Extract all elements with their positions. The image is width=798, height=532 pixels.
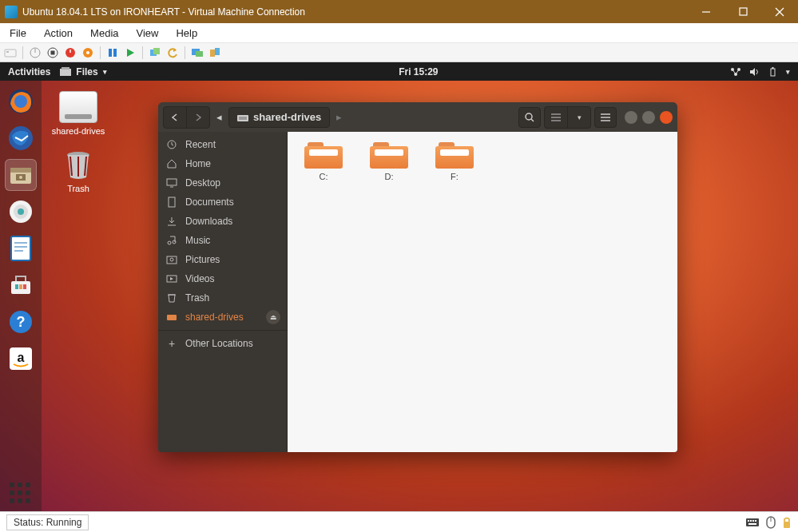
- sidebar-trash[interactable]: Trash: [158, 288, 287, 308]
- drive-icon: [59, 91, 97, 123]
- files-headerbar: ◂ shared-drives ▸ ▾: [158, 102, 677, 132]
- svg-rect-84: [748, 523, 756, 525]
- svg-rect-4: [5, 50, 16, 57]
- svg-point-74: [170, 258, 173, 261]
- menu-action[interactable]: Action: [41, 26, 76, 41]
- window-maximize-button[interactable]: [642, 111, 655, 124]
- folder-icon: [370, 140, 408, 169]
- menu-media[interactable]: Media: [87, 26, 121, 41]
- svg-point-41: [18, 208, 24, 215]
- sidebar-desktop[interactable]: Desktop: [158, 173, 287, 193]
- sidebar-videos[interactable]: Videos: [158, 269, 287, 288]
- start-button[interactable]: [28, 46, 42, 60]
- power-icon[interactable]: [768, 67, 778, 77]
- lock-icon[interactable]: [782, 516, 792, 529]
- menu-file[interactable]: File: [6, 26, 30, 41]
- svg-line-59: [531, 119, 534, 121]
- sidebar-home[interactable]: Home: [158, 154, 287, 173]
- menu-help[interactable]: Help: [173, 26, 200, 41]
- svg-rect-36: [10, 168, 31, 173]
- revert-button[interactable]: [165, 46, 180, 60]
- svg-rect-82: [752, 520, 754, 522]
- minimize-button[interactable]: [688, 0, 725, 23]
- show-applications-button[interactable]: [0, 482, 42, 505]
- ctrl-alt-del-button[interactable]: [3, 46, 18, 60]
- share-button[interactable]: [208, 46, 222, 60]
- sidebar-downloads[interactable]: Downloads: [158, 212, 287, 231]
- forward-button[interactable]: [187, 107, 209, 128]
- save-button[interactable]: [81, 46, 95, 60]
- desktop-shared-drives[interactable]: shared-drives: [50, 91, 107, 136]
- status-text: Status: Running: [6, 514, 89, 530]
- search-button[interactable]: [518, 107, 541, 128]
- vm-menubar: File Action Media View Help: [0, 23, 798, 43]
- volume-icon[interactable]: [749, 67, 760, 77]
- checkpoint-button[interactable]: [148, 46, 162, 60]
- eject-button[interactable]: ⏏: [266, 310, 280, 324]
- svg-point-71: [168, 241, 171, 244]
- view-options-button[interactable]: ▾: [568, 107, 590, 128]
- clock[interactable]: Fri 15:29: [107, 66, 730, 77]
- desktop-trash-label: Trash: [50, 184, 107, 193]
- network-icon[interactable]: [730, 67, 741, 77]
- sidebar-shared-drives[interactable]: shared-drives⏏: [158, 308, 287, 327]
- dock-files[interactable]: [5, 159, 37, 191]
- dock-firefox[interactable]: [5, 85, 37, 117]
- svg-point-33: [14, 95, 27, 108]
- reset-button[interactable]: [123, 46, 137, 60]
- dock-software[interactable]: [5, 269, 37, 301]
- window-close-button[interactable]: [660, 111, 673, 124]
- maximize-button[interactable]: [725, 0, 761, 23]
- folder-f[interactable]: F:: [430, 140, 479, 181]
- close-button[interactable]: [761, 0, 798, 23]
- keyboard-icon[interactable]: [745, 517, 760, 528]
- dock-thunderbird[interactable]: [5, 122, 37, 154]
- sidebar-recent[interactable]: Recent: [158, 135, 287, 154]
- svg-rect-80: [748, 520, 749, 522]
- folder-label: C:: [299, 172, 348, 181]
- svg-rect-69: [169, 197, 175, 207]
- window-minimize-button[interactable]: [625, 111, 637, 124]
- svg-rect-23: [215, 48, 220, 55]
- back-button[interactable]: [164, 107, 186, 128]
- menu-view[interactable]: View: [133, 26, 162, 41]
- svg-rect-42: [11, 236, 30, 260]
- files-app-menu[interactable]: Files ▾: [60, 66, 106, 77]
- sidebar-music[interactable]: Music: [158, 231, 287, 250]
- chevron-down-icon[interactable]: ▾: [786, 68, 790, 76]
- sidebar-documents[interactable]: Documents: [158, 193, 287, 212]
- sidebar-pictures[interactable]: Pictures: [158, 250, 287, 269]
- mouse-icon[interactable]: [766, 516, 776, 529]
- enhanced-session-button[interactable]: [190, 46, 204, 60]
- shutdown-button[interactable]: [63, 46, 77, 60]
- activities-button[interactable]: Activities: [8, 66, 50, 77]
- stop-button[interactable]: [46, 46, 60, 60]
- sidebar-separator: [158, 330, 287, 331]
- dock-rhythmbox[interactable]: [5, 196, 37, 228]
- desktop-trash[interactable]: Trash: [50, 147, 107, 193]
- dock-writer[interactable]: [5, 232, 37, 264]
- dock-help[interactable]: ?: [5, 306, 37, 338]
- sidebar-other-locations[interactable]: +Other Locations: [158, 334, 287, 353]
- folder-label: D:: [364, 172, 414, 181]
- svg-rect-73: [167, 256, 177, 264]
- svg-marker-29: [750, 68, 755, 76]
- path-bar[interactable]: shared-drives: [228, 107, 330, 128]
- vm-title: Ubuntu 18.04.1 LTS on IRONHEART - Virtua…: [22, 6, 688, 18]
- path-prev-button[interactable]: ◂: [216, 111, 222, 123]
- svg-rect-5: [6, 51, 9, 53]
- folder-icon: [435, 140, 474, 169]
- hamburger-menu-button[interactable]: [594, 107, 617, 128]
- svg-marker-16: [127, 49, 134, 57]
- path-next-button[interactable]: ▸: [336, 111, 342, 123]
- folder-c[interactable]: C:: [299, 140, 348, 181]
- files-content[interactable]: C: D: F:: [288, 132, 677, 452]
- folder-d[interactable]: D:: [364, 140, 414, 181]
- dock-amazon[interactable]: a: [5, 343, 37, 375]
- pause-button[interactable]: [105, 46, 120, 60]
- files-sidebar: Recent Home Desktop Documents Downloads …: [158, 132, 288, 452]
- list-view-button[interactable]: [545, 107, 567, 128]
- svg-rect-24: [60, 69, 71, 76]
- svg-text:a: a: [18, 351, 25, 364]
- svg-rect-25: [62, 67, 69, 69]
